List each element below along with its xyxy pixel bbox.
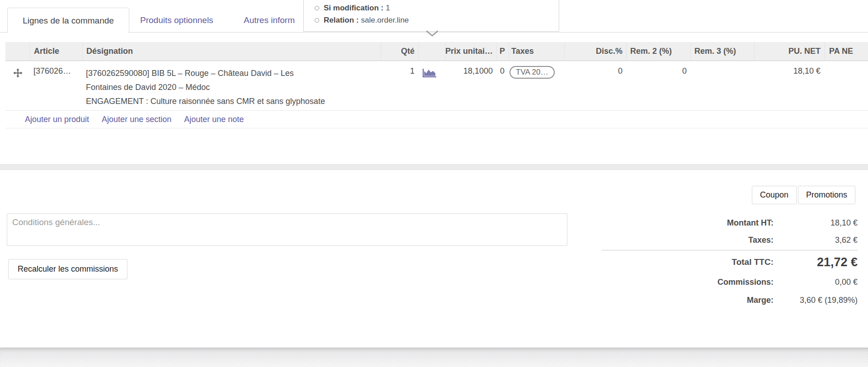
section-separator [0, 164, 868, 170]
terms-textarea[interactable] [7, 213, 567, 246]
designation-line: [3760262590080] BIB 5L – Rouge – Château… [86, 66, 377, 80]
tooltip-value: sale.order.line [361, 14, 409, 26]
drag-handle[interactable] [5, 61, 30, 110]
tooltip-label: Relation : [324, 14, 359, 26]
promotions-button[interactable]: Promotions [798, 186, 855, 204]
order-lines-header-row: Article Désignation Qté Prix unitai… P T… [5, 42, 868, 61]
recalculate-commissions-button[interactable]: Recalculer les commissions [8, 259, 127, 279]
table-row[interactable]: [376026… [3760262590080] BIB 5L – Rouge … [5, 61, 868, 111]
tooltip-label: Si modification : [324, 2, 383, 14]
tab-order-lines[interactable]: Lignes de la commande [7, 8, 129, 33]
totals-panel: Montant HT: 18,10 € Taxes: 3,62 € Total … [602, 214, 858, 309]
totals-divider [602, 250, 858, 250]
tab-optional-products[interactable]: Produits optionnels [140, 8, 213, 33]
cell-unit-price[interactable]: 18,1000 [445, 61, 496, 110]
column-header-p-truncated[interactable]: P [496, 42, 509, 61]
designation-line: Fontaines de David 2020 – Médoc [86, 80, 377, 94]
total-label: Total TTC: [602, 257, 774, 267]
column-header-pu-net[interactable]: PU. NET [754, 42, 824, 61]
tab-other-info[interactable]: Autres inform [244, 8, 295, 33]
designation-line: ENGAGEMENT : Culture raisonnée sans CMR … [86, 94, 377, 108]
cell-qty[interactable]: 1 [381, 61, 418, 110]
cell-forecast[interactable] [418, 61, 445, 110]
total-row-marge: Marge: 3,60 € (19,89%) [602, 292, 858, 309]
tooltip-value: 1 [386, 2, 390, 14]
total-value: 3,60 € (19,89%) [774, 296, 858, 305]
total-row-commissions: Commissions: 0,00 € [602, 273, 858, 292]
column-header-handle [5, 42, 30, 61]
area-chart-icon [422, 71, 437, 80]
total-label: Marge: [602, 296, 774, 305]
promo-button-group: Coupon Promotions [752, 186, 855, 204]
cell-designation[interactable]: [3760262590080] BIB 5L – Rouge – Château… [82, 61, 381, 110]
add-section-link[interactable]: Ajouter une section [102, 115, 171, 124]
total-row-taxes: Taxes: 3,62 € [602, 231, 858, 249]
column-header-article[interactable]: Article [30, 42, 82, 61]
total-value: 18,10 € [774, 218, 858, 228]
cell-rem3[interactable] [690, 61, 754, 110]
add-note-link[interactable]: Ajouter une note [184, 115, 244, 124]
total-value: 3,62 € [774, 235, 858, 245]
column-header-forecast [418, 42, 445, 61]
cell-discount[interactable]: 0 [564, 61, 626, 110]
column-header-rem3[interactable]: Rem. 3 (%) [690, 42, 754, 61]
cell-rem2[interactable]: 0 [626, 61, 690, 110]
add-product-link[interactable]: Ajouter un produit [25, 115, 89, 124]
column-header-designation[interactable]: Désignation [82, 42, 381, 61]
column-header-unit-price[interactable]: Prix unitai… [445, 42, 496, 61]
total-row-total-ttc: Total TTC: 21,72 € [602, 251, 858, 273]
column-header-pa-net[interactable]: PA NE [824, 42, 868, 61]
total-row-montant-ht: Montant HT: 18,10 € [602, 214, 858, 231]
cell-article[interactable]: [376026… [30, 61, 82, 110]
cell-p-truncated[interactable]: 0 [496, 61, 509, 110]
column-header-discount[interactable]: Disc.% [564, 42, 626, 61]
column-header-qty[interactable]: Qté [381, 42, 418, 61]
coupon-button[interactable]: Coupon [752, 186, 797, 204]
column-header-rem2[interactable]: Rem. 2 (%) [626, 42, 690, 61]
bullet-icon [315, 6, 319, 10]
tooltip-item: Si modification : 1 [315, 2, 559, 14]
table-footer-links: Ajouter un produit Ajouter une section A… [5, 111, 868, 128]
cell-pu-net[interactable]: 18,10 € [754, 61, 824, 110]
cell-taxes[interactable]: TVA 20… [509, 61, 564, 110]
sale-order-form: Lignes de la commande Produits optionnel… [0, 0, 868, 367]
move-icon [13, 68, 23, 110]
chevron-down-icon [425, 30, 439, 40]
column-header-taxes[interactable]: Taxes [509, 42, 564, 61]
total-value: 21,72 € [774, 255, 858, 269]
total-label: Montant HT: [602, 218, 774, 228]
total-label: Taxes: [602, 235, 774, 245]
bullet-icon [315, 18, 319, 23]
field-tooltip: Si modification : 1 Relation : sale.orde… [303, 0, 559, 32]
total-value: 0,00 € [774, 278, 858, 287]
cell-pa-net[interactable] [824, 61, 868, 110]
bottom-texture-band [0, 348, 868, 367]
tooltip-item: Relation : sale.order.line [315, 14, 559, 26]
total-label: Commissions: [602, 278, 774, 287]
tax-badge[interactable]: TVA 20… [509, 66, 555, 79]
